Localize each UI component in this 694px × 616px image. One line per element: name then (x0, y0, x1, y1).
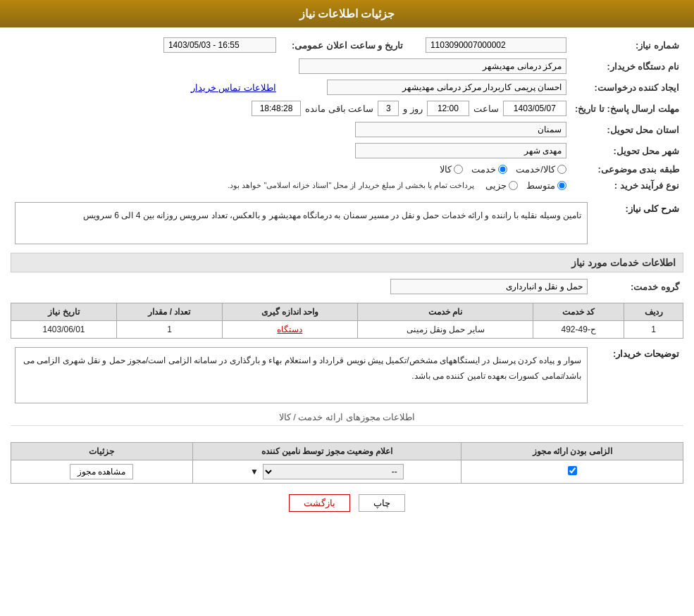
print-button[interactable]: چاپ (359, 494, 405, 512)
delivery-province-label: استان محل تحویل: (571, 119, 683, 140)
announce-label: تاریخ و ساعت اعلان عمومی: (280, 34, 407, 56)
row-creator: ایجاد کننده درخواست: اطلاعات تماس خریدار (11, 77, 683, 98)
license-details-cell: مشاهده مجوز (11, 460, 193, 484)
purchase-type-note: پرداخت تمام یا بخشی از مبلغ خریدار از مح… (228, 181, 474, 190)
remaining-input[interactable] (252, 101, 301, 116)
row-delivery-province: استان محل تحویل: (11, 119, 683, 140)
group-label: گروه خدمت: (592, 276, 683, 297)
row-deadline: مهلت ارسال پاسخ: تا تاریخ: ساعت روز و سا… (11, 98, 683, 119)
buyer-org-input[interactable] (299, 58, 566, 74)
row-purchase-type: نوع فرآیند خرید : متوسط جزیی پرداخت تمام… (11, 177, 683, 194)
creator-input[interactable] (327, 80, 566, 95)
delivery-province-input[interactable] (355, 122, 566, 137)
back-button[interactable]: بازگشت (289, 494, 350, 512)
col-unit: واحد اندازه گیری (222, 303, 357, 321)
deadline-date-input[interactable] (503, 101, 566, 116)
license-required-checkbox[interactable] (568, 466, 577, 475)
category-radio-kala-khedmat[interactable] (557, 165, 566, 174)
category-radio-khedmat[interactable] (498, 165, 507, 174)
purchase-type-radio-jozi[interactable] (509, 181, 518, 190)
row-delivery-city: شهر محل تحویل: (11, 140, 683, 161)
license-table: الزامی بودن ارائه مجوز اعلام وضعیت مجوز … (11, 442, 683, 484)
creator-label: ایجاد کننده درخواست: (571, 77, 683, 98)
request-number-input[interactable] (426, 37, 566, 53)
buyer-desc-content: سوار و پیاده کردن پرسنل در ایستگاههای مش… (15, 347, 588, 403)
col-license-details: جزئیات (11, 443, 193, 460)
dropdown-arrow-icon: ▼ (250, 467, 259, 477)
cell-code: ح-49-492 (533, 321, 624, 339)
row-buyer-org: نام دستگاه خریدار: (11, 56, 683, 77)
license-row: -- ▼ مشاهده مجوز (11, 460, 683, 484)
page-header: جزئیات اطلاعات نیاز (0, 0, 694, 27)
row-request-number: شماره نیاز: تاریخ و ساعت اعلان عمومی: (11, 34, 683, 56)
category-option-khedmat[interactable]: خدمت (471, 164, 507, 175)
purchase-type-radio-motawaset[interactable] (557, 181, 566, 190)
time-label: ساعت (473, 103, 499, 114)
group-value-input[interactable] (390, 279, 588, 294)
group-service-table: گروه خدمت: (11, 276, 683, 297)
col-date: تاریخ نیاز (11, 303, 117, 321)
col-qty: تعداد / مقدار (117, 303, 223, 321)
days-label: روز و (403, 103, 423, 114)
col-name: نام خدمت (357, 303, 533, 321)
delivery-city-input[interactable] (355, 143, 566, 158)
cell-row: 1 (624, 321, 683, 339)
cell-unit[interactable]: دستگاه (222, 321, 357, 339)
buyer-desc-label: توضیحات خریدار: (592, 344, 683, 406)
need-desc-label: شرح کلی نیاز: (592, 199, 683, 247)
days-input[interactable] (378, 101, 399, 116)
purchase-type-option-motawaset[interactable]: متوسط (526, 180, 566, 191)
action-buttons: چاپ بازگشت (11, 494, 683, 512)
category-option-kala-khedmat[interactable]: کالا/خدمت (516, 164, 566, 175)
license-status-select[interactable]: -- (263, 464, 404, 479)
col-license-required: الزامی بودن ارائه مجوز (461, 443, 683, 460)
purchase-type-option-jozi[interactable]: جزیی (485, 180, 518, 191)
announce-input[interactable] (163, 37, 276, 53)
buyer-org-label: نام دستگاه خریدار: (571, 56, 683, 77)
col-code: کد خدمت (533, 303, 624, 321)
announce-value (11, 34, 280, 56)
cell-name: سایر حمل ونقل زمینی (357, 321, 533, 339)
cell-date: 1403/06/01 (11, 321, 117, 339)
cell-qty: 1 (117, 321, 223, 339)
need-desc-table: شرح کلی نیاز: تامین وسیله نقلیه با رانند… (11, 199, 683, 247)
remaining-label: ساعت باقی مانده (305, 103, 373, 114)
category-radio-group: کالا/خدمت خدمت کالا (15, 164, 566, 175)
page-title: جزئیات اطلاعات نیاز (299, 8, 395, 20)
view-license-button[interactable]: مشاهده مجوز (70, 464, 133, 479)
deadline-time-input[interactable] (427, 101, 469, 116)
need-desc-content: تامین وسیله نقلیه با راننده و ارائه خدما… (15, 202, 588, 244)
deadline-label: مهلت ارسال پاسخ: تا تاریخ: (571, 98, 683, 119)
delivery-city-label: شهر محل تحویل: (571, 140, 683, 161)
request-number-value (416, 34, 571, 56)
service-info-header: اطلاعات خدمات مورد نیاز (11, 253, 683, 272)
license-required-cell (461, 460, 683, 484)
service-data-table: ردیف کد خدمت نام خدمت واحد اندازه گیری ت… (11, 303, 683, 339)
creator-contact-link[interactable]: اطلاعات تماس خریدار (191, 82, 276, 93)
buyer-desc-table: توضیحات خریدار: سوار و پیاده کردن پرسنل … (11, 344, 683, 406)
row-category: طبقه بندی موضوعی: کالا/خدمت خدمت کالا (11, 161, 683, 177)
table-row: 1 ح-49-492 سایر حمل ونقل زمینی دستگاه 1 … (11, 321, 683, 339)
col-license-status: اعلام وضعیت مجوز توسط نامین کننده (192, 443, 461, 460)
col-row: ردیف (624, 303, 683, 321)
category-label: طبقه بندی موضوعی: (571, 161, 683, 177)
purchase-type-radio-group: متوسط جزیی (485, 180, 566, 191)
category-radio-kala[interactable] (454, 165, 463, 174)
purchase-type-label: نوع فرآیند خرید : (571, 177, 683, 194)
category-option-kala[interactable]: کالا (440, 164, 463, 175)
info-table: شماره نیاز: تاریخ و ساعت اعلان عمومی: نا… (11, 34, 683, 194)
main-content: شماره نیاز: تاریخ و ساعت اعلان عمومی: نا… (0, 27, 694, 529)
page-wrapper: جزئیات اطلاعات نیاز شماره نیاز: تاریخ و … (0, 0, 694, 616)
license-status-cell: -- ▼ (192, 460, 461, 484)
request-number-label: شماره نیاز: (571, 34, 683, 56)
license-sub-title: اطلاعات مجوزهای ارائه خدمت / کالا (11, 412, 683, 426)
